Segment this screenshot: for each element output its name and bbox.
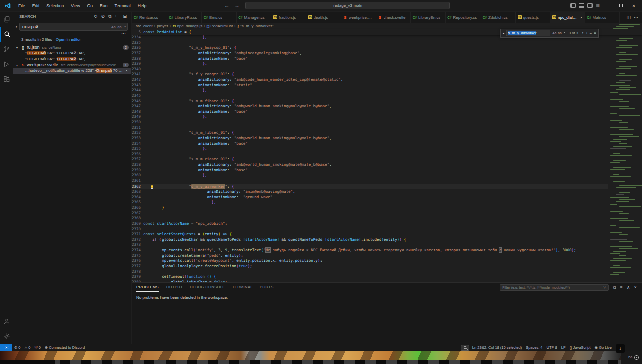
tab-Zdobich.cs[interactable]: C#Zdobich.cs bbox=[480, 12, 516, 23]
find-close-icon[interactable]: × bbox=[594, 31, 596, 35]
find-whole-word-icon[interactable]: ab bbox=[558, 31, 561, 35]
open-new-search-editor-icon[interactable]: ⧉ bbox=[108, 14, 111, 19]
breadcrumb-item[interactable]: [ ]PedAnimList bbox=[207, 24, 233, 28]
back-icon[interactable]: ← bbox=[224, 3, 229, 8]
toggle-secondary-sidebar-icon[interactable] bbox=[587, 3, 593, 8]
status-warnings[interactable]: △0 bbox=[22, 345, 32, 350]
view-as-tree-icon[interactable]: ≔ bbox=[115, 14, 119, 19]
tab-fraction.js[interactable]: JSfraction.js bbox=[271, 12, 306, 23]
panel-close-icon[interactable]: × bbox=[634, 285, 637, 290]
menu-help[interactable]: Help bbox=[134, 0, 150, 11]
menu-terminal[interactable]: Terminal bbox=[111, 0, 134, 11]
result-file-row[interactable]: ▾Sweekprise.sveltesrc_cef\src\views\play… bbox=[13, 62, 131, 68]
menu-edit[interactable]: Edit bbox=[29, 0, 43, 11]
editor-more-actions-icon[interactable]: ⋯ bbox=[634, 15, 638, 20]
toggle-search-details-icon[interactable]: ⋯ bbox=[13, 32, 131, 36]
tab-Repository.cs[interactable]: C#Repository.cs bbox=[446, 12, 481, 23]
panel-views-icon[interactable]: ⧉ bbox=[613, 285, 616, 290]
status-errors[interactable]: ⊘0 bbox=[12, 345, 22, 350]
menu-file[interactable]: File bbox=[15, 0, 29, 11]
problems-filter-input[interactable] bbox=[502, 286, 603, 289]
clear-results-icon[interactable]: ⊘ bbox=[101, 14, 105, 19]
tab-npc_dialogs.js[interactable]: JSnpc_dialogs.js× bbox=[550, 12, 585, 23]
status-cursor-position[interactable]: Ln 2362, Col 18 (15 selected) bbox=[470, 345, 524, 350]
breadcrumb-item[interactable]: JSnpc_dialogs.js bbox=[172, 24, 202, 28]
account-icon[interactable] bbox=[0, 314, 13, 329]
settings-gear-icon[interactable] bbox=[0, 329, 13, 344]
tab-weekprise.svelte[interactable]: Sweekprise.svelte bbox=[341, 12, 376, 23]
menu-selection[interactable]: Selection bbox=[43, 0, 67, 11]
breadcrumb-item[interactable]: player bbox=[157, 24, 168, 28]
result-file-row[interactable]: ▾{}ru.jsonsrc_cef\lang2 bbox=[13, 44, 131, 50]
panel-maximize-icon[interactable]: ∧ bbox=[627, 285, 630, 290]
find-regex-icon[interactable]: .* bbox=[563, 31, 565, 35]
search-icon[interactable] bbox=[0, 27, 13, 42]
find-match-case-icon[interactable]: Aa bbox=[552, 31, 556, 35]
regex-icon[interactable]: .* bbox=[123, 25, 126, 29]
open-in-editor-link[interactable]: Open in editor bbox=[56, 37, 81, 42]
menu-run[interactable]: Run bbox=[96, 0, 111, 11]
tab-Ems.cs[interactable]: C#Ems.cs bbox=[202, 12, 237, 23]
panel-menu-icon[interactable]: ≡ bbox=[620, 285, 623, 290]
extensions-icon[interactable] bbox=[0, 72, 13, 87]
status-encoding[interactable]: UTF-8 bbox=[545, 345, 559, 350]
find-previous-icon[interactable]: ↑ bbox=[582, 31, 584, 35]
problems-filter-box[interactable]: ▽ bbox=[500, 284, 609, 291]
dismiss-match-icon[interactable]: × bbox=[123, 68, 128, 73]
cs-file-icon: C# bbox=[413, 15, 417, 19]
tab-quests.js[interactable]: JSquests.js bbox=[516, 12, 551, 23]
find-expand-icon[interactable]: ▸ bbox=[503, 31, 504, 35]
toggle-panel-icon[interactable] bbox=[579, 3, 584, 8]
tab-close-icon[interactable]: × bbox=[580, 15, 583, 20]
match-case-icon[interactable]: Aa bbox=[111, 25, 116, 29]
run-debug-icon[interactable] bbox=[0, 57, 13, 72]
toggle-replace-icon[interactable]: ▸ bbox=[14, 25, 19, 29]
find-in-selection-icon[interactable]: ≡ bbox=[590, 31, 592, 35]
status-indentation[interactable]: Spaces: 4 bbox=[524, 345, 544, 350]
panel-tab-terminal[interactable]: TERMINAL bbox=[232, 283, 253, 292]
tab-Rentcar.cs[interactable]: C#Rentcar.cs bbox=[132, 12, 167, 23]
tab-LibraryEn.cs[interactable]: C#LibraryEn.cs bbox=[411, 12, 446, 23]
code-line-2373: 2373 bbox=[132, 242, 608, 248]
panel-tab-output[interactable]: OUTPUT bbox=[166, 283, 183, 292]
source-control-icon[interactable] bbox=[0, 42, 13, 57]
status-go-live[interactable]: ◉Go Live bbox=[593, 345, 614, 350]
search-match-row[interactable]: "ОТЫГРАЙ ЗА": "ОТЫГРАЙ ЗА", bbox=[13, 56, 131, 62]
toggle-sidebar-icon[interactable] bbox=[570, 3, 576, 8]
minimize-button[interactable]: — bbox=[603, 3, 613, 8]
find-input[interactable]: s_m_y_airworker bbox=[506, 30, 550, 36]
menu-go[interactable]: Go bbox=[84, 0, 96, 11]
search-input[interactable] bbox=[22, 24, 111, 29]
status-ports[interactable]: Ψ0 bbox=[32, 345, 42, 350]
whole-word-icon[interactable]: ab bbox=[118, 25, 122, 29]
explorer-icon[interactable] bbox=[0, 12, 13, 27]
find-next-icon[interactable]: ↓ bbox=[586, 31, 588, 35]
forward-icon[interactable]: → bbox=[234, 3, 239, 8]
panel-tab-ports[interactable]: PORTS bbox=[260, 283, 274, 292]
status-eol[interactable]: LF bbox=[559, 345, 568, 350]
breadcrumb-item[interactable]: ⚷"s_m_y_airworker" bbox=[237, 24, 274, 28]
remote-indicator[interactable]: >< bbox=[0, 344, 12, 351]
panel-tab-problems[interactable]: PROBLEMS bbox=[136, 283, 159, 292]
maximize-button[interactable] bbox=[616, 3, 626, 8]
menu-view[interactable]: View bbox=[67, 0, 83, 11]
panel-tab-debug-console[interactable]: DEBUG CONSOLE bbox=[190, 283, 225, 292]
breadcrumb-item[interactable]: src_client bbox=[136, 24, 153, 28]
command-center[interactable]: redage_v3-main bbox=[245, 2, 450, 9]
tab-Manager.cs[interactable]: C#Manager.cs bbox=[237, 12, 272, 23]
tab-LibraryRu.cs[interactable]: C#LibraryRu.cs bbox=[167, 12, 202, 23]
close-button[interactable]: × bbox=[629, 3, 639, 9]
tab-check.svelte[interactable]: Scheck.svelte bbox=[376, 12, 411, 23]
refresh-icon[interactable]: ↻ bbox=[94, 14, 98, 19]
tab-death.js[interactable]: JSdeath.js bbox=[306, 12, 342, 23]
customize-layout-icon[interactable]: ▦ bbox=[596, 3, 600, 8]
tab-Main.cs[interactable]: C#Main.cs bbox=[585, 12, 620, 23]
status-language-mode[interactable]: {}JavaScript bbox=[568, 345, 593, 350]
collapse-all-icon[interactable]: ⊟ bbox=[123, 14, 127, 19]
search-input-box[interactable]: Aa ab .* bbox=[19, 23, 128, 31]
status-discord[interactable]: ⊕Connected to Discord bbox=[43, 345, 87, 350]
search-match-row[interactable]: ...hudevo__notification_subtitle w-228">… bbox=[13, 68, 131, 74]
search-match-row[interactable]: "ОТЫГРАЙ ЗА": "ОТЫГРАЙ ЗА", bbox=[13, 50, 131, 56]
split-editor-icon[interactable]: ◫ bbox=[626, 15, 631, 20]
lightbulb-icon[interactable] bbox=[151, 185, 153, 188]
